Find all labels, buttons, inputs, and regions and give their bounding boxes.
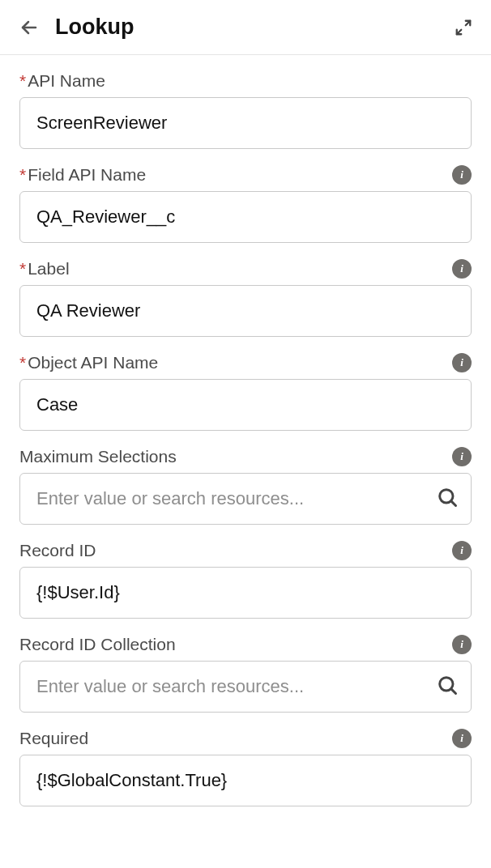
info-icon[interactable]: i: [452, 259, 472, 279]
header-left: Lookup: [18, 15, 134, 40]
field-required: Required i: [19, 729, 472, 806]
required-mark: *: [19, 353, 26, 372]
object-api-name-input[interactable]: [19, 379, 472, 431]
field-label: *Object API Name: [19, 353, 158, 372]
field-object-api-name: *Object API Name i: [19, 353, 472, 431]
info-icon[interactable]: i: [452, 447, 472, 466]
field-label: *Field API Name: [19, 165, 146, 185]
record-id-collection-label: Record ID Collection: [19, 635, 176, 653]
required-mark: *: [19, 165, 26, 184]
info-icon[interactable]: i: [452, 165, 472, 185]
info-icon[interactable]: i: [452, 541, 472, 560]
required-mark: *: [19, 71, 26, 90]
field-label: Record ID Collection: [19, 635, 176, 654]
object-api-name-label: Object API Name: [28, 353, 158, 372]
field-api-name: *API Name: [19, 71, 472, 149]
record-id-input[interactable]: [19, 567, 472, 619]
field-record-id: Record ID i: [19, 541, 472, 619]
field-api-name-label: Field API Name: [28, 165, 146, 184]
label-input[interactable]: [19, 285, 472, 337]
arrow-left-icon: [19, 18, 39, 37]
field-label: *Label: [19, 259, 70, 279]
form: *API Name *Field API Name i *Label i *Ob…: [0, 55, 491, 839]
header: Lookup: [0, 0, 491, 55]
field-label: *API Name: [19, 71, 105, 91]
back-button[interactable]: [18, 16, 41, 39]
required-input[interactable]: [19, 755, 472, 806]
record-id-label: Record ID: [19, 541, 96, 560]
field-field-api-name: *Field API Name i: [19, 165, 472, 243]
info-icon[interactable]: i: [452, 353, 472, 372]
search-wrap: [19, 661, 472, 713]
field-record-id-collection: Record ID Collection i: [19, 635, 472, 713]
page-title: Lookup: [55, 15, 134, 40]
field-label: Required: [19, 729, 88, 748]
expand-icon: [455, 19, 472, 36]
api-name-input[interactable]: [19, 97, 472, 149]
field-label-field: *Label i: [19, 259, 472, 337]
required-label: Required: [19, 729, 88, 747]
max-selections-label: Maximum Selections: [19, 447, 177, 466]
search-wrap: [19, 473, 472, 525]
info-icon[interactable]: i: [452, 729, 472, 748]
max-selections-input[interactable]: [19, 473, 472, 525]
info-icon[interactable]: i: [452, 635, 472, 654]
api-name-label: API Name: [28, 71, 105, 90]
field-api-name-input[interactable]: [19, 191, 472, 243]
label-label: Label: [28, 259, 69, 278]
record-id-collection-input[interactable]: [19, 661, 472, 713]
expand-button[interactable]: [454, 18, 473, 37]
field-max-selections: Maximum Selections i: [19, 447, 472, 525]
field-label: Record ID: [19, 541, 96, 560]
required-mark: *: [19, 259, 26, 278]
field-label: Maximum Selections: [19, 447, 177, 466]
